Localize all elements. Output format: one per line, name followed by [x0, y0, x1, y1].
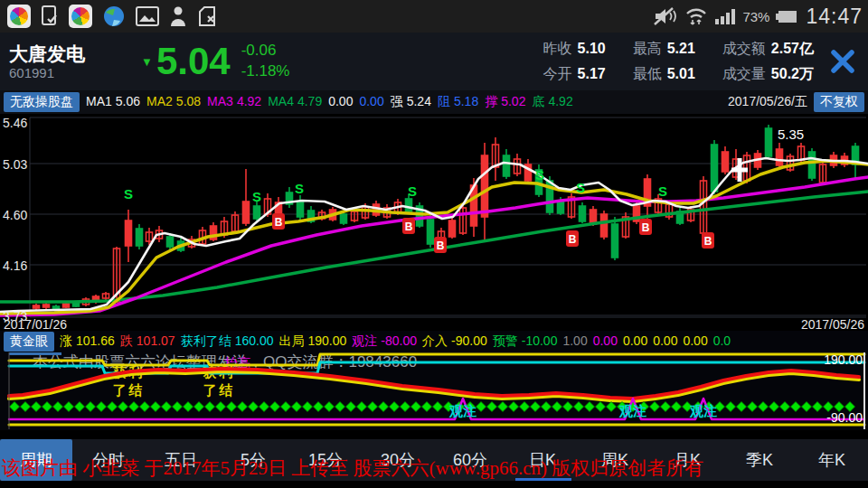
indicator-value: 出局190.00 [278, 333, 346, 350]
candlestick [137, 229, 143, 246]
indicator-values: 涨101.66跌101.07获利了结160.00出局190.00观注-80.00… [60, 333, 731, 350]
candlestick [33, 305, 40, 308]
candlestick [722, 152, 729, 172]
tab-季K[interactable]: 季K [723, 439, 796, 481]
x-axis-label: 2017/01/26 [4, 317, 67, 332]
candlestick [449, 221, 456, 237]
gallery-icon [136, 6, 159, 26]
close-icon[interactable] [828, 47, 857, 76]
battery-percent: 73% [742, 9, 769, 24]
candlestick [777, 149, 783, 165]
quote-stat: 最高5.21 [633, 40, 695, 59]
formula-button[interactable]: 无敌操股盘 [4, 92, 80, 112]
buy-signal-letter: B [405, 221, 413, 233]
buy-signal-letter: B [642, 221, 650, 234]
y-axis-label: 4.16 [3, 258, 27, 273]
tab-年K[interactable]: 年K [796, 439, 868, 481]
ma-values: MA15.06MA25.08MA34.92MA44.790.000.00强5.2… [86, 94, 573, 110]
candlestick [63, 304, 70, 307]
y-axis-label: 4.60 [3, 208, 27, 222]
sell-signal-marker: S [576, 180, 585, 195]
price-change-percent: -1.18% [241, 61, 290, 82]
notification-icons [0, 5, 217, 28]
sync-globe-icon [102, 5, 126, 28]
sell-signal-marker: S [408, 183, 417, 199]
status-bar: 73% 14:47 [0, 0, 868, 33]
phone-check-icon [41, 5, 59, 28]
candlestick [482, 155, 488, 217]
indicator-value: MA25.08 [146, 94, 201, 110]
wifi-arrows-icon [684, 6, 708, 26]
candlestick [504, 155, 510, 176]
site-watermark: 该图片由 小韭菜 于2017年5月29日 上传至 股票六六(www.gp66.c… [2, 455, 703, 481]
candlestick [254, 206, 260, 219]
signal-text-vertical: 结 [128, 382, 143, 398]
watch-signal-label: 观注 [689, 403, 717, 418]
stock-name: 大唐发电 [9, 42, 141, 65]
buy-signal-letter: B [569, 233, 577, 246]
link-underline [515, 478, 571, 481]
candlestick [406, 199, 412, 211]
sell-signal-marker: S [252, 189, 261, 204]
stock-header: 大唐发电 601991 ▼ 5.04 -0.06 -1.18% 昨收5.10最高… [0, 33, 868, 90]
indicator-value: 1.00 [562, 333, 587, 350]
buy-signal-letter: B [275, 216, 283, 229]
indicator-value: 撑5.02 [485, 94, 525, 110]
candlestick [766, 128, 772, 156]
indicator-level-label: 190.00 [824, 352, 863, 367]
status-indicators: 73% 14:47 [652, 5, 868, 29]
stock-code: 601991 [9, 65, 141, 80]
candlestick [601, 214, 608, 237]
bar-date: 2017/05/26/五 [728, 94, 807, 110]
candlestick [612, 224, 618, 258]
y-axis-label: 5.03 [3, 157, 27, 172]
quote-stat: 最低5.01 [633, 65, 695, 84]
indicator-value: 介入-90.00 [422, 333, 487, 350]
candlestick [43, 305, 50, 307]
indicator-value: 0.00 [683, 333, 707, 350]
candlestick [243, 202, 250, 223]
stock-app-screen: SSSSSSSBBBBBB5.465.034.604.163.732017/01… [0, 0, 868, 488]
indicator-value: 阻5.18 [438, 94, 478, 110]
indicator-value: MA34.92 [207, 94, 261, 110]
buy-signal-letter: B [437, 239, 445, 252]
sell-signal-marker: S [295, 181, 304, 196]
indicator-value: 0.0 [713, 333, 731, 350]
signal-bars-icon [715, 9, 735, 24]
sell-signal-marker: S [124, 186, 133, 202]
quote-stats: 昨收5.10最高5.21成交额2.57亿今开5.17最低5.01成交量50.2万 [543, 40, 814, 84]
buy-signal-letter: B [704, 235, 712, 248]
app-pinwheel-icon [69, 5, 92, 28]
candlestick [167, 237, 174, 247]
ma-indicator-bar: 无敌操股盘 MA15.06MA25.08MA34.92MA44.790.000.… [0, 90, 868, 114]
indicator-value: 0.00 [623, 333, 647, 350]
watch-signal-label: 观注 [618, 403, 646, 418]
mute-vibrate-icon [652, 6, 677, 26]
sell-signal-marker: S [658, 183, 667, 199]
indicator-value: MA15.06 [86, 94, 140, 110]
candlestick [580, 206, 586, 221]
indicator-value: 底4.92 [532, 94, 572, 110]
candlestick [428, 220, 434, 244]
indicator-value: 获利了结160.00 [181, 333, 274, 350]
adjust-mode-button[interactable]: 不复权 [814, 92, 864, 112]
high-price-label: 5.35 [778, 127, 804, 142]
sell-signal-marker: S [535, 167, 544, 183]
signal-text-vertical: 结 [219, 382, 233, 398]
quote-stat: 昨收5.10 [543, 40, 606, 59]
y-axis-label: 5.46 [3, 116, 27, 130]
candlestick [712, 145, 718, 192]
indicator-legend-bar: 黄金眼 涨101.66跌101.07获利了结160.00出局190.00观注-8… [0, 331, 868, 352]
indicator-value: 跌101.07 [120, 333, 175, 350]
indicator-level-label: -90.00 [826, 410, 863, 425]
indicator-value: 涨101.66 [60, 333, 115, 350]
price-change: -0.06 [241, 41, 290, 61]
candlestick [341, 214, 347, 223]
signal-text-vertical: 了 [113, 382, 127, 398]
quote-stat: 成交额2.57亿 [722, 40, 814, 59]
indicator-button[interactable]: 黄金眼 [4, 332, 54, 352]
indicator-value: 强5.24 [391, 94, 431, 110]
price-down-arrow-icon: ▼ [141, 55, 153, 69]
current-price: 5.04 [156, 42, 231, 80]
clock: 14:47 [806, 5, 863, 29]
